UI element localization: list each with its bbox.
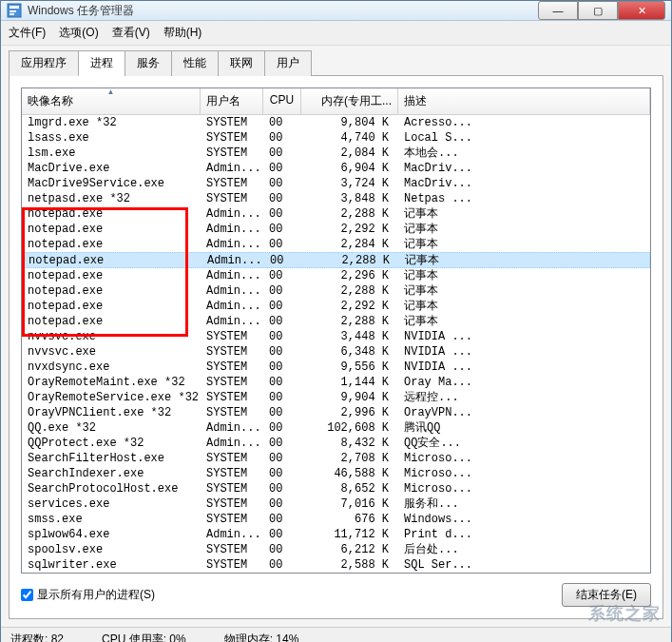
col-mem-header[interactable]: 内存(专用工... bbox=[301, 88, 398, 114]
table-row[interactable]: notepad.exeAdmin...002,292 K记事本 bbox=[22, 222, 650, 237]
svg-rect-1 bbox=[10, 6, 19, 9]
cell-cpu: 00 bbox=[263, 466, 301, 481]
col-desc-header[interactable]: 描述 bbox=[398, 88, 650, 114]
cell-image: notepad.exe bbox=[23, 253, 202, 267]
table-row[interactable]: services.exeSYSTEM007,016 K服务和... bbox=[22, 496, 650, 512]
status-processes: 进程数: 82 bbox=[10, 632, 64, 642]
cell-desc: 服务和... bbox=[398, 496, 650, 512]
cell-desc: 本地会... bbox=[398, 146, 650, 161]
table-row[interactable]: nvvsvc.exeSYSTEM003,448 KNVIDIA ... bbox=[22, 329, 650, 344]
cell-user: Admin... bbox=[201, 527, 263, 542]
tab-5[interactable]: 用户 bbox=[264, 50, 312, 76]
menu-view[interactable]: 查看(V) bbox=[112, 25, 150, 41]
table-row[interactable]: MacDrive9Service.exeSYSTEM003,724 KMacDr… bbox=[22, 176, 650, 191]
table-row[interactable]: notepad.exeAdmin...002,284 K记事本 bbox=[22, 237, 650, 252]
cell-desc: 记事本 bbox=[398, 206, 650, 222]
cell-cpu: 00 bbox=[263, 496, 301, 512]
tab-1[interactable]: 进程 bbox=[78, 50, 125, 76]
cell-cpu: 00 bbox=[263, 557, 301, 573]
cell-user: SYSTEM bbox=[201, 375, 263, 390]
table-row[interactable]: SearchIndexer.exeSYSTEM0046,588 KMicroso… bbox=[22, 466, 650, 481]
cell-cpu: 00 bbox=[263, 512, 301, 527]
table-row[interactable]: notepad.exeAdmin...002,288 K记事本 bbox=[22, 206, 650, 222]
cell-image: OrayRemoteService.exe *32 bbox=[22, 390, 201, 405]
show-all-users-checkbox[interactable]: 显示所有用户的进程(S) bbox=[21, 587, 155, 603]
table-row[interactable]: nvxdsync.exeSYSTEM009,556 KNVIDIA ... bbox=[22, 360, 650, 375]
cell-mem: 1,144 K bbox=[301, 375, 398, 390]
table-row[interactable]: nvvsvc.exeSYSTEM006,348 KNVIDIA ... bbox=[22, 344, 650, 360]
table-row[interactable]: OrayRemoteService.exe *32SYSTEM009,904 K… bbox=[22, 390, 650, 405]
cell-mem: 8,652 K bbox=[301, 481, 398, 496]
table-row[interactable]: SearchProtocolHost.exeSYSTEM008,652 KMic… bbox=[22, 481, 650, 496]
cell-desc: Microso... bbox=[398, 481, 650, 496]
table-row[interactable]: QQProtect.exe *32Admin...008,432 KQQ安全..… bbox=[22, 436, 650, 451]
cell-user: SYSTEM bbox=[201, 557, 263, 573]
cell-cpu: 00 bbox=[263, 436, 301, 451]
tab-2[interactable]: 服务 bbox=[125, 50, 172, 76]
close-button[interactable]: ✕ bbox=[618, 1, 665, 20]
table-row[interactable]: QQ.exe *32Admin...00102,608 K腾讯QQ bbox=[22, 420, 650, 436]
cell-image: notepad.exe bbox=[22, 268, 201, 283]
cell-cpu: 00 bbox=[263, 115, 301, 130]
cell-mem: 2,288 K bbox=[301, 206, 398, 222]
col-cpu-header[interactable]: CPU bbox=[263, 88, 301, 114]
table-row[interactable]: smss.exeSYSTEM00676 KWindows... bbox=[22, 512, 650, 527]
cell-desc: 记事本 bbox=[398, 283, 650, 299]
table-row[interactable]: SearchFilterHost.exeSYSTEM002,708 KMicro… bbox=[22, 451, 650, 466]
minimize-button[interactable]: — bbox=[538, 1, 578, 20]
maximize-button[interactable]: ▢ bbox=[578, 1, 618, 20]
cell-cpu: 00 bbox=[263, 161, 301, 176]
tab-4[interactable]: 联网 bbox=[218, 50, 265, 76]
cell-desc: 记事本 bbox=[398, 268, 650, 283]
menu-file[interactable]: 文件(F) bbox=[9, 25, 46, 41]
cell-user: Admin... bbox=[202, 253, 264, 267]
tab-3[interactable]: 性能 bbox=[171, 50, 219, 76]
show-all-label: 显示所有用户的进程(S) bbox=[37, 587, 155, 603]
tab-0[interactable]: 应用程序 bbox=[9, 50, 79, 76]
table-row[interactable]: notepad.exeAdmin...002,296 K记事本 bbox=[22, 268, 650, 283]
cell-image: MacDrive.exe bbox=[22, 161, 201, 176]
col-image-header[interactable]: 映像名称 bbox=[22, 88, 201, 114]
table-row[interactable]: sqlwriter.exeSYSTEM002,588 KSQL Ser... bbox=[22, 557, 650, 573]
table-row[interactable]: notepad.exeAdmin...002,288 K记事本 bbox=[22, 252, 650, 268]
cell-desc: 腾讯QQ bbox=[398, 420, 650, 436]
cell-image: notepad.exe bbox=[22, 299, 201, 314]
cell-mem: 2,288 K bbox=[301, 283, 398, 299]
table-row[interactable]: notepad.exeAdmin...002,288 K记事本 bbox=[22, 283, 650, 299]
table-row[interactable]: splwow64.exeAdmin...0011,712 KPrint d... bbox=[22, 527, 650, 542]
table-row[interactable]: spoolsv.exeSYSTEM006,212 K后台处... bbox=[22, 542, 650, 557]
table-row[interactable]: notepad.exeAdmin...002,292 K记事本 bbox=[22, 299, 650, 314]
show-all-checkbox-input[interactable] bbox=[21, 589, 33, 601]
menu-help[interactable]: 帮助(H) bbox=[163, 25, 202, 41]
cell-cpu: 00 bbox=[263, 527, 301, 542]
svg-rect-3 bbox=[10, 13, 14, 15]
col-user-header[interactable]: 用户名 bbox=[201, 88, 263, 114]
cell-cpu: 00 bbox=[263, 146, 301, 161]
cell-mem: 6,904 K bbox=[301, 161, 398, 176]
cell-user: SYSTEM bbox=[201, 405, 263, 420]
cell-mem: 9,556 K bbox=[301, 360, 398, 375]
cell-desc: NVIDIA ... bbox=[398, 360, 650, 375]
table-row[interactable]: notepad.exeAdmin...002,288 K记事本 bbox=[22, 314, 650, 329]
table-row[interactable]: lsass.exeSYSTEM004,740 KLocal S... bbox=[22, 130, 650, 146]
cell-image: SearchIndexer.exe bbox=[22, 466, 201, 481]
titlebar[interactable]: Windows 任务管理器 — ▢ ✕ bbox=[1, 1, 671, 21]
cell-image: nvvsvc.exe bbox=[22, 344, 201, 360]
cell-mem: 2,288 K bbox=[301, 314, 398, 329]
cell-desc: 记事本 bbox=[398, 222, 650, 237]
menu-options[interactable]: 选项(O) bbox=[59, 25, 98, 41]
cell-user: SYSTEM bbox=[201, 496, 263, 512]
table-row[interactable]: lsm.exeSYSTEM002,084 K本地会... bbox=[22, 146, 650, 161]
table-row[interactable]: OrayVPNClient.exe *32SYSTEM002,996 KOray… bbox=[22, 405, 650, 420]
table-body[interactable]: lmgrd.exe *32SYSTEM009,804 KAcresso...ls… bbox=[22, 115, 650, 573]
table-row[interactable]: netpasd.exe *32SYSTEM003,848 KNetpas ... bbox=[22, 191, 650, 206]
cell-mem: 2,292 K bbox=[301, 299, 398, 314]
cell-mem: 8,432 K bbox=[301, 436, 398, 451]
table-row[interactable]: MacDrive.exeAdmin...006,904 KMacDriv... bbox=[22, 161, 650, 176]
end-task-button[interactable]: 结束任务(E) bbox=[562, 583, 651, 607]
cell-desc: 远程控... bbox=[398, 390, 650, 405]
table-row[interactable]: lmgrd.exe *32SYSTEM009,804 KAcresso... bbox=[22, 115, 650, 130]
cell-cpu: 00 bbox=[263, 405, 301, 420]
cell-cpu: 00 bbox=[263, 130, 301, 146]
table-row[interactable]: OrayRemoteMaint.exe *32SYSTEM001,144 KOr… bbox=[22, 375, 650, 390]
